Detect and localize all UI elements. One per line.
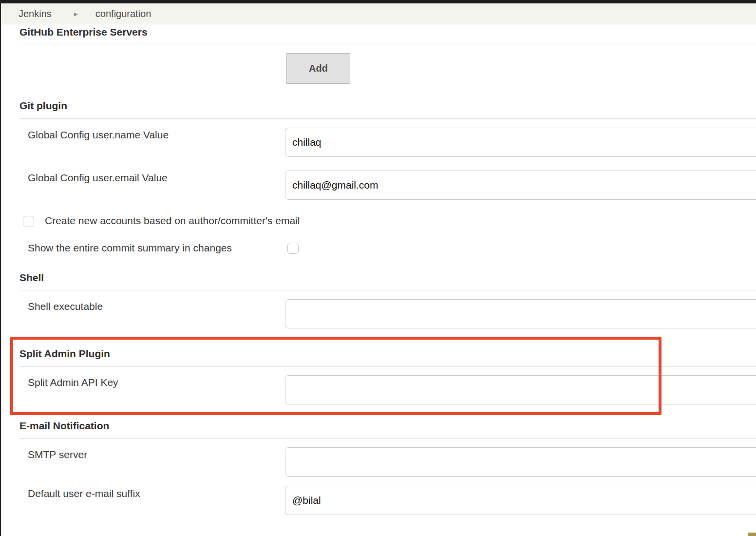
label-default-email-suffix: Default user e-mail suffix	[28, 488, 140, 499]
label-shell-executable: Shell executable	[28, 301, 103, 312]
section-title-email-notification: E-mail Notification	[19, 420, 109, 432]
breadcrumb-arrow-icon: ▸	[74, 9, 78, 19]
create-accounts-checkbox[interactable]	[23, 216, 34, 227]
section-title-shell: Shell	[19, 272, 44, 284]
section-divider	[19, 118, 756, 119]
tooltip-fragment	[748, 533, 756, 536]
smtp-server-input[interactable]	[285, 447, 756, 477]
section-title-split-admin-plugin: Split Admin Plugin	[19, 348, 110, 360]
label-create-accounts: Create new accounts based on author/comm…	[45, 215, 300, 227]
section-divider	[19, 438, 756, 439]
global-config-useremail-input[interactable]	[285, 171, 756, 200]
breadcrumb-jenkins-link[interactable]: Jenkins	[19, 8, 52, 19]
top-window-bar	[1, 0, 756, 3]
label-split-admin-api-key: Split Admin API Key	[28, 377, 118, 388]
section-title-git-plugin: Git plugin	[19, 100, 67, 112]
global-config-username-input[interactable]	[285, 128, 756, 157]
label-global-config-useremail: Global Config user.email Value	[28, 172, 168, 184]
split-admin-api-key-input[interactable]	[285, 375, 756, 404]
add-github-server-button[interactable]: Add	[286, 53, 350, 84]
jenkins-configuration-page: Jenkins ▸ configuration GitHub Enterpris…	[0, 0, 756, 536]
label-show-commit-summary: Show the entire commit summary in change…	[28, 242, 232, 254]
section-divider	[19, 366, 756, 367]
shell-executable-input[interactable]	[285, 299, 756, 328]
label-smtp-server: SMTP server	[28, 449, 87, 460]
section-divider	[19, 290, 756, 290]
breadcrumb: Jenkins ▸ configuration	[1, 3, 756, 24]
breadcrumb-configuration-link[interactable]: configuration	[95, 8, 151, 19]
show-commit-summary-checkbox[interactable]	[287, 243, 299, 254]
label-global-config-username: Global Config user.name Value	[28, 129, 169, 141]
default-email-suffix-input[interactable]	[285, 486, 756, 515]
section-title-github-enterprise-servers: GitHub Enterprise Servers	[19, 26, 148, 38]
section-divider	[19, 44, 756, 44]
